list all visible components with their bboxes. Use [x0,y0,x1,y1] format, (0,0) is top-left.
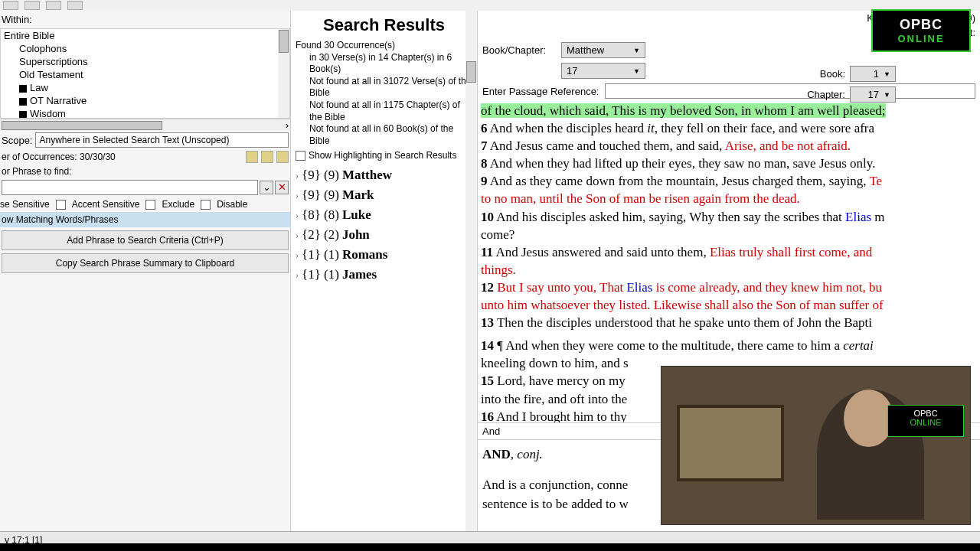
results-panel: Search Results Found 30 Occurrence(s) in… [291,11,478,531]
copy-summary-button[interactable]: Copy Search Phrase Summary to Clipboard [2,253,289,273]
expand-icon[interactable]: › [296,249,299,261]
scope-item[interactable]: Superscriptions [1,55,289,68]
top-toolbar [0,0,980,11]
scope-combo[interactable]: Anywhere in Selected Search Text (Unscop… [35,132,289,148]
chevron-down-icon: ▼ [633,47,640,54]
not-found-line: Not found at all in 60 Book(s) of the Bi… [296,123,472,147]
toolbar-button[interactable] [67,1,83,10]
find-input[interactable] [2,180,258,195]
expand-icon[interactable]: › [296,269,299,281]
add-phrase-button[interactable]: Add Phrase to Search Criteria (Ctrl+P) [2,230,289,250]
horizontal-scrollbar[interactable]: › [0,119,290,131]
chevron-down-icon: ▼ [884,91,890,99]
highlight-row[interactable]: ow Matching Words/Phrases [0,212,290,227]
vertical-scrollbar[interactable] [278,29,289,118]
chapter-num-combo[interactable]: 17▼ [850,86,896,103]
checkbox-icon[interactable] [19,111,27,119]
accent-label: Accent Sensitive [72,199,140,210]
occurrences-label: er of Occurrences: 30/30/30 [2,152,116,162]
scope-item[interactable]: Old Testament [1,68,289,81]
tree-node[interactable]: › {8} (8) Luke [296,205,472,225]
find-label: or Phrase to find: [0,165,290,178]
tree-node[interactable]: › {2} (2) John [296,225,472,245]
dropdown-icon[interactable]: ⌄ [260,181,273,194]
bottom-bar [0,543,980,551]
disable-label: Disable [217,199,247,210]
toolbar-button[interactable] [3,1,18,10]
highlight-label: Show Highlighting in Search Results [309,150,456,161]
search-panel: Within: Entire Bible Colophons Superscri… [0,11,291,531]
tool-icon[interactable] [261,151,273,163]
scope-list[interactable]: Entire Bible Colophons Superscriptions O… [0,28,290,119]
vertical-scrollbar[interactable] [466,11,477,531]
toolbar-button[interactable] [46,1,61,10]
chapter-combo[interactable]: 17▼ [561,63,645,79]
opbc-logo: OPBC ONLINE [871,9,971,52]
book-combo[interactable]: Matthew▼ [561,42,645,58]
reference-input[interactable] [605,83,975,99]
book-chapter-label: Book/Chapter: [482,44,555,56]
book-label: Book: [820,68,845,80]
not-found-line: Not found at all in 1175 Chapter(s) of t… [296,99,472,123]
within-label: Within: [0,11,290,28]
scope-item[interactable]: Entire Bible [1,29,289,42]
results-tree: › {9} (9) Matthew › {9} (9) Mark › {8} (… [291,164,477,286]
scope-item[interactable]: OT Narrative [1,94,289,107]
scope-item[interactable]: Law [1,81,289,94]
scope-item[interactable]: Wisdom [1,107,289,119]
expand-icon[interactable]: › [296,230,299,241]
reference-label: Enter Passage Reference: [482,86,599,97]
tool-icon[interactable] [276,151,289,163]
exclude-checkbox[interactable] [145,200,155,210]
results-title: Search Results [291,11,477,40]
disable-checkbox[interactable] [201,200,211,210]
expand-icon[interactable]: › [296,190,299,201]
expand-icon[interactable]: › [296,210,299,221]
chapter-label: Chapter: [807,89,845,100]
scope-item[interactable]: Colophons [1,42,289,55]
clear-icon[interactable]: ✕ [275,181,289,194]
tree-node[interactable]: › {1} (1) Romans [296,245,472,265]
chevron-down-icon: ▼ [633,67,640,75]
book-num-combo[interactable]: 1▼ [850,66,896,82]
expand-icon[interactable]: › [296,170,299,181]
case-sensitive-label: se Sensitive [0,199,50,210]
opbc-logo-small: OPBCONLINE [887,405,964,437]
accent-checkbox[interactable] [56,200,66,210]
checkbox-icon[interactable] [19,85,27,93]
not-found-line: Not found at all in 31072 Verse(s) of th… [296,76,472,99]
webcam-overlay: OPBCONLINE [661,366,971,525]
scroll-right-icon[interactable]: › [286,119,289,131]
tree-node[interactable]: › {9} (9) Mark [296,185,472,205]
toolbar-button[interactable] [24,1,40,10]
highlight-checkbox[interactable] [296,151,305,161]
in-verses-line: in 30 Verse(s) in 14 Chapter(s) in 6 Boo… [296,52,472,76]
chevron-down-icon: ▼ [884,70,890,78]
scope-label: Scope: [2,135,32,146]
tool-icon[interactable] [246,151,258,163]
found-line: Found 30 Occurrence(s) [296,40,472,52]
tree-node[interactable]: › {1} (1) James [296,265,472,285]
checkbox-icon[interactable] [19,98,27,106]
tree-node[interactable]: › {9} (9) Matthew [296,165,472,185]
exclude-label: Exclude [162,199,194,210]
